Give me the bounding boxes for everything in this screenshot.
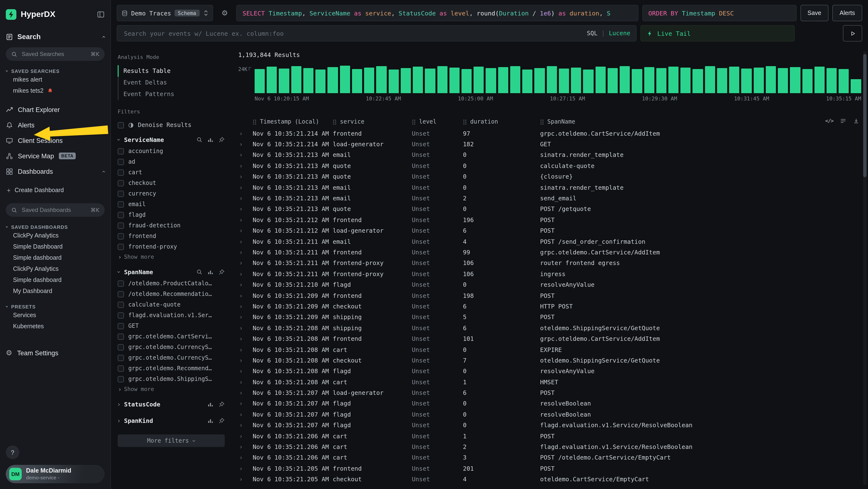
histogram-bar[interactable]: [315, 70, 326, 93]
table-row[interactable]: ›Nov 6 10:35:21.213 AMemailUnset0sinatra…: [238, 150, 868, 161]
facet-option[interactable]: grpc.oteldemo.ShippingS…: [118, 374, 225, 384]
checkbox[interactable]: [118, 243, 124, 250]
histogram-bar[interactable]: [437, 66, 447, 93]
facet-option[interactable]: grpc.oteldemo.CartServi…: [118, 331, 225, 342]
facet-option[interactable]: calculate-quote: [118, 299, 225, 310]
row-expand-icon[interactable]: ›: [238, 259, 253, 267]
histogram-bar[interactable]: [328, 67, 338, 93]
histogram-bar[interactable]: [303, 68, 313, 93]
row-expand-icon[interactable]: ›: [238, 314, 253, 321]
checkbox[interactable]: [118, 301, 124, 308]
histogram-bar[interactable]: [827, 68, 837, 93]
drag-handle-icon[interactable]: [412, 119, 416, 124]
drag-handle-icon[interactable]: [253, 119, 256, 124]
row-expand-icon[interactable]: ›: [238, 432, 253, 439]
histogram-bar[interactable]: [839, 69, 849, 93]
saved-search-item[interactable]: mikes alert: [6, 74, 105, 85]
row-expand-icon[interactable]: ›: [238, 346, 253, 353]
column-header-service[interactable]: service: [333, 118, 412, 125]
show-more-link[interactable]: ›Show more: [118, 252, 225, 262]
row-expand-icon[interactable]: ›: [238, 303, 253, 310]
histogram-bar[interactable]: [401, 68, 411, 93]
saved-dashboards-heading[interactable]: › SAVED DASHBOARDS: [6, 225, 105, 230]
histogram-bar[interactable]: [583, 69, 593, 93]
table-row[interactable]: ›Nov 6 10:35:21.208 AMcartUnset1HMSET: [238, 376, 868, 387]
save-button[interactable]: Save: [800, 5, 829, 21]
histogram-bar[interactable]: [693, 69, 703, 93]
facet-option[interactable]: frontend-proxy: [118, 241, 225, 252]
facet-option[interactable]: grpc.oteldemo.CurrencyS…: [118, 342, 225, 352]
row-expand-icon[interactable]: ›: [238, 141, 253, 148]
facet-option[interactable]: grpc.oteldemo.Recommend…: [118, 363, 225, 374]
facet-option[interactable]: /oteldemo.ProductCatalo…: [118, 278, 225, 289]
histogram-bar[interactable]: [729, 67, 739, 93]
drag-handle-icon[interactable]: [333, 119, 337, 124]
dashboard-item[interactable]: ClickPy Analytics: [6, 263, 105, 274]
histogram-bar[interactable]: [766, 66, 776, 93]
checkbox[interactable]: [118, 169, 124, 175]
table-row[interactable]: ›Nov 6 10:35:21.209 AMcheckoutUnset6HTTP…: [238, 301, 868, 312]
facet-search-icon[interactable]: [196, 136, 203, 143]
search-bar[interactable]: SQL | Lucene: [117, 25, 637, 41]
facet-pin-icon[interactable]: [218, 401, 225, 407]
row-expand-icon[interactable]: ›: [238, 378, 253, 385]
row-expand-icon[interactable]: ›: [238, 227, 253, 234]
live-tail-button[interactable]: Live Tail: [641, 25, 795, 41]
histogram-bar[interactable]: [267, 67, 277, 93]
histogram-bar[interactable]: [389, 69, 399, 93]
table-row[interactable]: ›Nov 6 10:35:21.211 AMfrontend-proxyUnse…: [238, 268, 868, 279]
histogram-bar[interactable]: [462, 69, 472, 93]
help-button[interactable]: ?: [6, 445, 19, 459]
histogram-bar[interactable]: [741, 68, 751, 93]
table-row[interactable]: ›Nov 6 10:35:21.208 AMcheckoutUnset7otel…: [238, 355, 868, 366]
histogram-bar[interactable]: [510, 66, 520, 93]
checkbox[interactable]: [118, 354, 124, 361]
row-expand-icon[interactable]: ›: [238, 270, 253, 278]
checkbox[interactable]: [118, 159, 124, 165]
histogram-bar[interactable]: [534, 68, 545, 93]
table-row[interactable]: ›Nov 6 10:35:21.206 AMcartUnset3POST /ot…: [238, 452, 868, 463]
table-row[interactable]: ›Nov 6 10:35:21.207 AMflagdUnset0resolve…: [238, 409, 868, 420]
histogram-bar[interactable]: [486, 68, 496, 93]
histogram-bar[interactable]: [473, 67, 484, 93]
facet-option[interactable]: ad: [118, 156, 225, 167]
create-dashboard-button[interactable]: + Create Dashboard: [6, 184, 105, 197]
checkbox[interactable]: [118, 222, 124, 229]
user-menu[interactable]: DM Dale McDiarmid demo-service -: [6, 465, 105, 483]
facet-pin-icon[interactable]: [218, 269, 225, 275]
dashboard-item[interactable]: Simple Dashboard: [6, 241, 105, 252]
table-row[interactable]: ›Nov 6 10:35:21.213 AMquoteUnset0calcula…: [238, 160, 868, 171]
checkbox[interactable]: [118, 333, 124, 340]
histogram-bar[interactable]: [559, 68, 569, 93]
row-expand-icon[interactable]: ›: [238, 184, 253, 191]
row-expand-icon[interactable]: ›: [238, 281, 253, 288]
row-expand-icon[interactable]: ›: [238, 249, 253, 256]
analysis-option-results-table[interactable]: Results Table: [118, 65, 225, 77]
download-icon[interactable]: [853, 118, 859, 124]
histogram-bar[interactable]: [595, 67, 606, 93]
checkbox[interactable]: [118, 312, 124, 318]
row-expand-icon[interactable]: ›: [238, 205, 253, 213]
table-row[interactable]: ›Nov 6 10:35:21.206 AMcartUnset2flagd.ev…: [238, 441, 868, 452]
row-expand-icon[interactable]: ›: [238, 292, 253, 299]
checkbox[interactable]: [118, 212, 124, 218]
histogram-bar[interactable]: [413, 67, 423, 93]
table-row[interactable]: ›Nov 6 10:35:21.214 AMload-generatorUnse…: [238, 139, 868, 150]
histogram-bar[interactable]: [802, 69, 812, 93]
histogram-bar[interactable]: [364, 67, 374, 93]
facet-pin-icon[interactable]: [218, 136, 225, 143]
histogram-bar[interactable]: [571, 67, 581, 93]
checkbox[interactable]: [118, 376, 124, 382]
histogram-bar[interactable]: [376, 66, 386, 93]
hyperdx-logo-icon[interactable]: [6, 9, 17, 20]
row-expand-icon[interactable]: ›: [238, 465, 253, 472]
saved-dashboards-search[interactable]: ⌘K: [6, 203, 105, 217]
table-row[interactable]: ›Nov 6 10:35:21.210 AMflagdUnset0resolve…: [238, 279, 868, 290]
code-view-icon[interactable]: </>: [825, 118, 833, 124]
row-expand-icon[interactable]: ›: [238, 324, 253, 332]
facet-chart-icon[interactable]: [207, 401, 214, 407]
table-row[interactable]: ›Nov 6 10:35:21.208 AMcartUnset0EXPIRE: [238, 344, 868, 355]
rows-settings-icon[interactable]: [840, 118, 846, 124]
histogram-bar[interactable]: [340, 66, 350, 93]
column-header-duration[interactable]: duration: [463, 118, 540, 125]
